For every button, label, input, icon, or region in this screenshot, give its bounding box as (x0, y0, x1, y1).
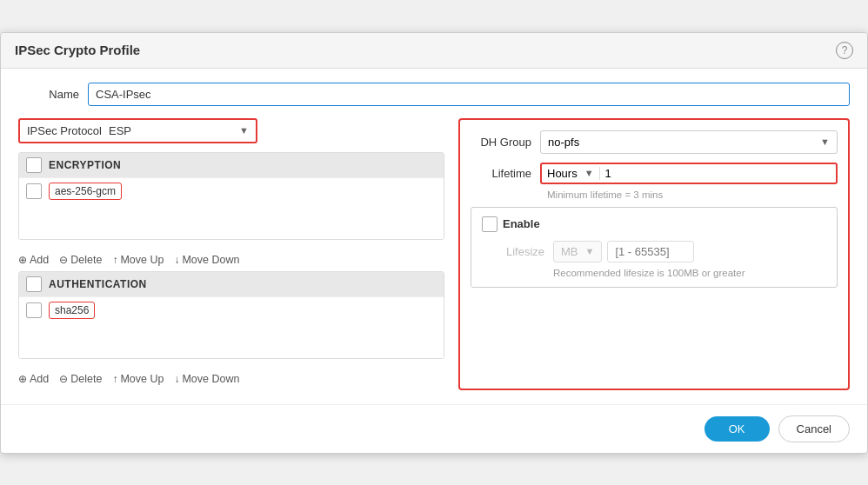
protocol-label: IPSec Protocol (27, 124, 102, 137)
dh-group-label: DH Group (471, 136, 540, 149)
lifetime-number-input[interactable] (599, 167, 651, 180)
dialog-title: IPSec Crypto Profile (15, 43, 140, 57)
lifesize-inputs: MB ▼ (553, 241, 694, 262)
auth-moveup-label: Move Up (120, 373, 164, 385)
encryption-header: ENCRYPTION (19, 153, 444, 177)
enable-label: Enable (503, 217, 540, 230)
auth-movedown-button[interactable]: ↓ Move Down (174, 373, 239, 385)
encryption-item-0: aes-256-gcm (19, 177, 444, 204)
authentication-item-value-0: sha256 (49, 302, 95, 319)
encryption-add-button[interactable]: ⊕ Add (18, 254, 49, 266)
enable-section: Enable Lifesize MB ▼ (471, 207, 838, 288)
encryption-movedown-label: Move Down (182, 254, 239, 266)
dh-group-select[interactable]: no-pfs ▼ (540, 130, 838, 154)
auth-add-button[interactable]: ⊕ Add (18, 373, 49, 385)
encryption-add-label: Add (30, 254, 49, 266)
dh-group-value: no-pfs (548, 136, 579, 149)
name-row: Name (18, 83, 850, 106)
auth-movedown-label: Move Down (182, 373, 239, 385)
authentication-item-0: sha256 (19, 296, 444, 323)
authentication-empty-rows (19, 323, 444, 358)
encryption-actions: ⊕ Add ⊖ Delete ↑ Move Up ↓ Move Down (18, 249, 444, 271)
lifesize-unit-arrow-icon: ▼ (585, 246, 595, 256)
recommended-note: Recommended lifesize is 100MB or greater (553, 268, 826, 278)
encryption-header-checkbox[interactable] (26, 157, 42, 173)
right-panel: DH Group no-pfs ▼ Lifetime Hours ▼ (458, 118, 850, 390)
help-icon[interactable]: ? (836, 42, 853, 59)
protocol-select[interactable]: ESP ▼ (109, 124, 249, 137)
cancel-button[interactable]: Cancel (778, 415, 850, 442)
lifesize-label: Lifesize (492, 245, 553, 258)
lifetime-unit-select[interactable]: Hours ▼ (547, 167, 594, 180)
dialog-header: IPSec Crypto Profile ? (1, 33, 867, 69)
authentication-table: AUTHENTICATION sha256 (18, 271, 444, 359)
name-label: Name (18, 88, 88, 101)
encryption-moveup-button[interactable]: ↑ Move Up (112, 254, 164, 266)
moveup-icon: ↑ (112, 254, 117, 266)
encryption-item-value-0: aes-256-gcm (49, 183, 122, 200)
lifetime-label: Lifetime (471, 167, 540, 180)
auth-moveup-button[interactable]: ↑ Move Up (112, 373, 164, 385)
encryption-header-label: ENCRYPTION (49, 159, 121, 171)
lifesize-row: Lifesize MB ▼ (492, 241, 826, 262)
add-circle-icon: ⊕ (18, 254, 27, 266)
protocol-row: IPSec Protocol ESP ▼ (18, 118, 257, 143)
encryption-item-checkbox-0[interactable] (26, 183, 42, 199)
authentication-header-checkbox[interactable] (26, 276, 42, 292)
protocol-value: ESP (109, 124, 131, 137)
name-input[interactable] (88, 83, 850, 106)
left-panel: IPSec Protocol ESP ▼ ENCRYPTION aes-256-… (18, 118, 444, 390)
delete-circle-icon: ⊖ (59, 254, 68, 266)
ipsec-crypto-profile-dialog: IPSec Crypto Profile ? Name IPSec Protoc… (0, 32, 868, 454)
auth-delete-circle-icon: ⊖ (59, 373, 68, 385)
auth-delete-label: Delete (70, 373, 102, 385)
ok-button[interactable]: OK (704, 416, 770, 442)
dialog-footer: OK Cancel (1, 404, 867, 453)
encryption-moveup-label: Move Up (120, 254, 164, 266)
dialog-body: Name IPSec Protocol ESP ▼ (1, 69, 867, 404)
lifetime-unit-arrow-icon: ▼ (584, 168, 594, 178)
lifesize-unit-select[interactable]: MB ▼ (553, 241, 602, 262)
dh-group-row: DH Group no-pfs ▼ (471, 130, 838, 154)
encryption-empty-rows (19, 204, 444, 239)
encryption-movedown-button[interactable]: ↓ Move Down (174, 254, 239, 266)
lifesize-unit-value: MB (561, 245, 578, 258)
auth-add-label: Add (30, 373, 49, 385)
authentication-header-label: AUTHENTICATION (49, 278, 147, 290)
authentication-item-checkbox-0[interactable] (26, 302, 42, 318)
min-lifetime-note: Minimum lifetime = 3 mins (547, 189, 838, 200)
lifetime-inputs: Hours ▼ (540, 163, 838, 184)
lifetime-unit-value: Hours (547, 167, 578, 180)
encryption-delete-label: Delete (70, 254, 102, 266)
encryption-table: ENCRYPTION aes-256-gcm (18, 152, 444, 240)
auth-add-circle-icon: ⊕ (18, 373, 27, 385)
enable-checkbox[interactable] (482, 216, 497, 232)
main-content: IPSec Protocol ESP ▼ ENCRYPTION aes-256-… (18, 118, 850, 390)
auth-delete-button[interactable]: ⊖ Delete (59, 373, 102, 385)
auth-movedown-icon: ↓ (174, 373, 179, 385)
movedown-icon: ↓ (174, 254, 179, 266)
protocol-arrow-icon: ▼ (239, 125, 249, 136)
lifesize-number-input[interactable] (607, 241, 694, 262)
auth-moveup-icon: ↑ (112, 373, 117, 385)
dh-group-arrow-icon: ▼ (820, 136, 830, 147)
lifetime-row: Lifetime Hours ▼ (471, 163, 838, 184)
authentication-actions: ⊕ Add ⊖ Delete ↑ Move Up ↓ Move Down (18, 368, 444, 390)
enable-header: Enable (482, 216, 826, 232)
encryption-delete-button[interactable]: ⊖ Delete (59, 254, 102, 266)
authentication-header: AUTHENTICATION (19, 272, 444, 296)
